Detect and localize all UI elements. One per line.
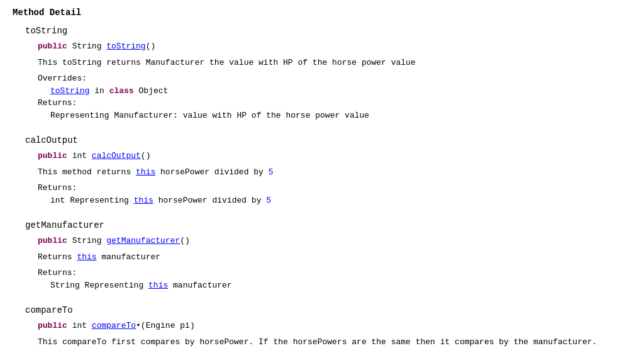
method-name-link-2[interactable]: getManufacturer xyxy=(106,236,180,245)
method-signature-calcoutput: public int calcOutput() xyxy=(38,150,631,162)
method-detail-section: Method Detail toString public String toS… xyxy=(13,6,631,353)
returns-this-link-2[interactable]: this xyxy=(148,281,168,290)
desc-after-1: horsePower divided by xyxy=(155,167,268,177)
method-description-3: This compareTo first compares by horsePo… xyxy=(38,336,631,349)
overrides-class-name: Object xyxy=(138,86,168,96)
return-type-string-0: String xyxy=(72,42,102,51)
keyword-public-3: public xyxy=(38,321,67,330)
method-block-toString: public String toString() This toString r… xyxy=(38,40,631,121)
returns-before-1: int Representing xyxy=(50,196,134,205)
overrides-keyword-class: class xyxy=(109,86,134,96)
desc-after-2: manufacturer xyxy=(97,252,160,262)
returns-after-2: manufacturer xyxy=(168,281,231,290)
desc-before-2: Returns xyxy=(38,252,77,262)
keyword-public-2: public xyxy=(38,236,67,245)
method-params-0: () xyxy=(146,42,156,51)
overrides-space xyxy=(104,86,109,96)
returns-label-text-1: Returns: xyxy=(38,183,77,193)
method-anchor-compareto: compareTo xyxy=(25,304,631,317)
method-block-compareto: public int compareTo•(Engine pi) This co… xyxy=(38,320,631,353)
keyword-public-0: public xyxy=(38,42,67,51)
section-header: Method Detail xyxy=(13,6,631,20)
returns-label-2: Returns: xyxy=(38,267,631,279)
return-type-string-2: String xyxy=(72,236,102,245)
method-params-3: •(Engine pi) xyxy=(136,321,195,330)
method-description-1: This method returns this horsePower divi… xyxy=(38,166,631,179)
returns-this-link-1[interactable]: this xyxy=(134,196,153,205)
return-type-int-3: int xyxy=(72,321,87,330)
overrides-detail: toString in class Object xyxy=(50,85,631,98)
method-name-link-3[interactable]: compareTo xyxy=(92,321,136,330)
method-signature-toString: public String toString() xyxy=(38,40,631,53)
returns-label-text-2: Returns: xyxy=(38,268,77,277)
returns-value-2: String Representing this manufacturer xyxy=(50,279,631,292)
returns-before-2: String Representing xyxy=(50,281,148,290)
desc-number-1: 5 xyxy=(269,167,274,177)
overrides-block: Overrides: xyxy=(38,72,631,85)
desc-before-1: This method returns xyxy=(38,167,136,177)
returns-value-1: int Representing this horsePower divided… xyxy=(50,194,631,207)
overrides-label: Overrides: xyxy=(38,74,87,83)
method-description-0: This toString returns Manufacturer the v… xyxy=(38,57,631,69)
method-signature-compareto: public int compareTo•(Engine pi) xyxy=(38,320,631,332)
method-description-2: Returns this manufacturer xyxy=(38,251,631,264)
method-name-link-1[interactable]: calcOutput xyxy=(92,151,141,160)
method-params-2: () xyxy=(180,236,190,245)
returns-label-text-0: Returns: xyxy=(38,98,77,108)
method-anchor-getmanufacturer: getManufacturer xyxy=(25,219,631,232)
method-block-getmanufacturer: public String getManufacturer() Returns … xyxy=(38,235,631,291)
method-anchor-toString: toString xyxy=(25,25,631,38)
overrides-in-text: in xyxy=(94,86,104,96)
return-type-int-1: int xyxy=(72,151,87,160)
desc-this-link-1[interactable]: this xyxy=(136,167,155,177)
returns-label-0: Returns: xyxy=(38,97,631,109)
method-anchor-calcoutput: calcOutput xyxy=(25,134,631,147)
method-name-link-0[interactable]: toString xyxy=(106,42,145,51)
keyword-public-1: public xyxy=(38,151,67,160)
returns-number-1: 5 xyxy=(266,196,271,205)
method-block-calcoutput: public int calcOutput() This method retu… xyxy=(38,150,631,206)
returns-value-0: Representing Manufacturer: value with HP… xyxy=(50,109,631,122)
returns-after-1: horsePower divided by xyxy=(153,196,266,205)
overrides-method-link[interactable]: toString xyxy=(50,86,89,96)
returns-label-1: Returns: xyxy=(38,182,631,194)
method-signature-getmanufacturer: public String getManufacturer() xyxy=(38,235,631,247)
method-params-1: () xyxy=(141,151,151,160)
desc-this-link-2[interactable]: this xyxy=(77,252,96,262)
